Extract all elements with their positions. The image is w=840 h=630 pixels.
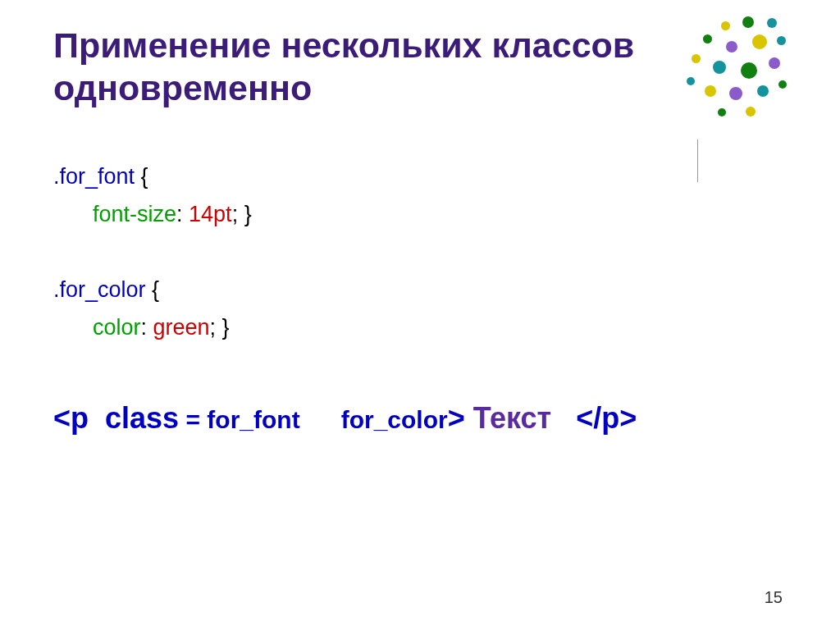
attr-val-2: for_color (341, 406, 448, 433)
decoration-dot (692, 54, 701, 63)
close-tag: </p> (576, 401, 637, 435)
tag-name: p (71, 401, 105, 435)
property: font-size (93, 202, 176, 226)
value: 14pt (189, 202, 232, 226)
spacer (53, 234, 787, 272)
angle-bracket: < (53, 401, 71, 435)
slide: Применение нескольких классов одновремен… (0, 0, 840, 630)
decoration-dot (752, 34, 767, 49)
dots-decoration (680, 16, 795, 123)
decoration-dot (718, 108, 726, 116)
decoration-dot (705, 85, 716, 97)
equals: = (179, 406, 207, 433)
colon: : (176, 202, 189, 226)
property: color (93, 315, 141, 340)
header: Применение нескольких классов одновремен… (53, 25, 787, 109)
html-example: <p class = for_font for_color> Текст </p… (53, 393, 787, 443)
page-number: 15 (765, 588, 783, 607)
decoration-dot (746, 107, 756, 116)
spacer (53, 347, 787, 385)
decoration-dot (767, 18, 777, 28)
brace-open: { (146, 277, 160, 302)
attr-name: class (105, 401, 179, 435)
decoration-dot (778, 80, 787, 89)
attr-val-1: for_font (207, 406, 340, 433)
decoration-dot (721, 21, 730, 30)
decoration-dot (726, 41, 737, 52)
selector-text: .for_font (53, 164, 135, 189)
decoration-dot (729, 87, 742, 100)
decoration-dot (703, 34, 712, 43)
css-rule-1-body: font-size: 14pt; } (53, 196, 787, 234)
selector-text: .for_color (53, 277, 146, 302)
angle-bracket: > (448, 401, 473, 435)
content-body: .for_font { font-size: 14pt; } .for_colo… (53, 158, 787, 443)
css-rule-1-selector: .for_font { (53, 158, 787, 196)
colon: : (141, 315, 153, 340)
decoration-dot (741, 62, 757, 79)
element-text: Текст (473, 401, 576, 435)
decoration-dot (713, 61, 726, 74)
css-rule-2-selector: .for_color { (53, 272, 787, 309)
decoration-dot (687, 77, 695, 85)
decoration-dot (777, 36, 786, 45)
decoration-dot (742, 16, 754, 28)
decoration-dot (757, 85, 769, 97)
brace-open: { (135, 164, 148, 189)
rule-end: ; } (210, 315, 230, 340)
slide-title: Применение нескольких классов одновремен… (53, 25, 787, 109)
decoration-dot (769, 57, 780, 69)
value: green (153, 315, 210, 340)
rule-end: ; } (232, 202, 252, 226)
divider (697, 139, 698, 182)
css-rule-2-body: color: green; } (53, 309, 787, 347)
